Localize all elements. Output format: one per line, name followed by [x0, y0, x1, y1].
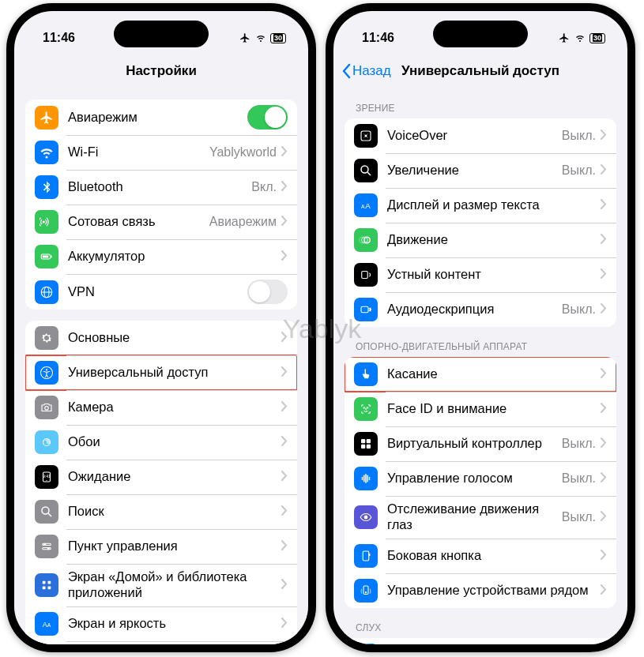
- control-center-icon: [35, 535, 58, 558]
- row-label: Wi-Fi: [68, 145, 209, 160]
- toggle-switch[interactable]: [247, 105, 288, 130]
- settings-row[interactable]: AAЭкран и яркость: [25, 606, 297, 641]
- search-icon: [35, 500, 58, 524]
- settings-row[interactable]: Боковая кнопка: [345, 539, 616, 573]
- settings-row[interactable]: BluetoothВкл.: [25, 170, 297, 205]
- row-detail: Выкл.: [562, 437, 596, 451]
- settings-row[interactable]: Устный контент: [345, 257, 616, 292]
- svg-rect-3: [43, 256, 49, 258]
- dynamic-island: [433, 21, 528, 47]
- row-label: Авиарежим: [68, 110, 247, 126]
- settings-row[interactable]: Отслеживание движения глазВыкл.: [345, 496, 616, 539]
- row-label: Управление голосом: [387, 471, 562, 486]
- svg-text:A: A: [365, 201, 371, 210]
- chevron-right-icon: [601, 164, 607, 177]
- vpn-icon: [35, 280, 58, 304]
- row-label: Сотовая связь: [68, 214, 209, 230]
- airplane-status-icon: [239, 32, 251, 43]
- settings-row[interactable]: VPN: [25, 274, 297, 310]
- cellular-icon: [35, 210, 58, 234]
- toggle-switch[interactable]: [247, 280, 288, 304]
- svg-rect-21: [48, 581, 51, 584]
- settings-row[interactable]: Управление голосомВыкл.: [345, 461, 616, 496]
- motion-icon: [354, 228, 378, 252]
- row-detail: Авиарежим: [209, 215, 277, 229]
- svg-rect-44: [367, 445, 371, 449]
- settings-row[interactable]: Сотовая связьАвиарежим: [25, 205, 297, 239]
- settings-row[interactable]: AAДисплей и размер текста: [345, 188, 616, 223]
- settings-row[interactable]: Поиск: [25, 494, 297, 529]
- row-label: Движение: [387, 232, 601, 248]
- text-size-icon: AA: [354, 193, 378, 217]
- row-detail: Выкл.: [562, 302, 596, 317]
- accessibility-content[interactable]: ЗРЕНИЕVoiceOverВыкл.УвеличениеВыкл.AAДис…: [333, 88, 627, 644]
- spoken-icon: [354, 263, 378, 287]
- gear-icon: [35, 326, 58, 350]
- settings-content[interactable]: АвиарежимWi-FiYablykworldBluetoothВкл.Со…: [14, 88, 308, 644]
- chevron-right-icon: [281, 250, 288, 263]
- chevron-right-icon: [281, 505, 288, 518]
- chevron-right-icon: [281, 332, 288, 344]
- settings-row[interactable]: Экран «Домой» и библиотека приложений: [25, 564, 297, 606]
- settings-row[interactable]: Слуховые устройства: [345, 638, 616, 644]
- voice-control-icon: [354, 467, 378, 490]
- back-button[interactable]: Назад: [341, 54, 391, 88]
- back-label: Назад: [352, 63, 391, 79]
- battery-icon: [35, 245, 58, 268]
- battery-level: 30: [593, 34, 602, 42]
- settings-row[interactable]: 9:41Ожидание: [25, 460, 297, 494]
- status-time: 11:46: [43, 31, 75, 45]
- chevron-right-icon: [601, 234, 607, 246]
- settings-row[interactable]: Камера: [25, 390, 297, 425]
- chevron-right-icon: [281, 540, 288, 553]
- page-title: Универсальный доступ: [401, 63, 559, 79]
- row-label: Устный контент: [387, 267, 601, 283]
- settings-row[interactable]: Siri: [25, 641, 297, 644]
- settings-row[interactable]: VoiceOverВыкл.: [345, 118, 616, 153]
- svg-rect-38: [361, 306, 368, 313]
- settings-row[interactable]: Управление устройствами рядом: [345, 573, 616, 608]
- settings-row[interactable]: Универсальный доступ: [25, 355, 297, 390]
- svg-rect-22: [43, 586, 46, 589]
- svg-point-54: [365, 591, 366, 592]
- nav-bar: Настройки: [14, 54, 308, 88]
- svg-rect-23: [48, 586, 51, 589]
- svg-point-30: [361, 166, 368, 173]
- chevron-right-icon: [601, 550, 607, 562]
- settings-row[interactable]: Аккумулятор: [25, 239, 297, 274]
- settings-row[interactable]: Основные: [25, 321, 297, 355]
- settings-row[interactable]: Касание: [345, 357, 616, 392]
- chevron-right-icon: [601, 268, 607, 281]
- row-label: Универсальный доступ: [68, 365, 281, 381]
- side-button-icon: [354, 544, 378, 568]
- wifi-icon: [35, 141, 58, 164]
- standby-icon: 9:41: [35, 465, 58, 489]
- svg-line-31: [367, 172, 371, 175]
- display-icon: AA: [35, 612, 58, 636]
- faceid-icon: [354, 397, 378, 421]
- phone-right: 11:46 30 Назад Универсальный доступ ЗРЕН…: [326, 3, 635, 652]
- wallpaper-icon: [35, 430, 58, 454]
- svg-point-39: [363, 407, 364, 408]
- chevron-left-icon: [341, 63, 351, 79]
- settings-row[interactable]: Face ID и внимание: [345, 392, 616, 426]
- settings-row[interactable]: АудиодескрипцияВыкл.: [345, 292, 616, 327]
- row-detail: Вкл.: [251, 180, 277, 194]
- svg-point-0: [43, 221, 45, 223]
- chevron-right-icon: [281, 401, 288, 414]
- wifi-status-icon: [574, 33, 586, 43]
- svg-point-50: [364, 516, 367, 519]
- settings-row[interactable]: Wi-FiYablykworld: [25, 135, 297, 170]
- settings-row[interactable]: Движение: [345, 223, 616, 257]
- svg-point-9: [45, 407, 49, 411]
- settings-row[interactable]: Пункт управления: [25, 529, 297, 564]
- svg-text:A: A: [43, 620, 47, 628]
- svg-text:A: A: [361, 204, 365, 209]
- settings-row[interactable]: Авиарежим: [25, 99, 297, 135]
- settings-row[interactable]: Виртуальный контроллерВыкл.: [345, 426, 616, 461]
- row-label: Камера: [68, 400, 281, 415]
- svg-point-19: [47, 548, 49, 550]
- settings-row[interactable]: УвеличениеВыкл.: [345, 153, 616, 188]
- svg-point-18: [44, 543, 46, 545]
- settings-row[interactable]: Обои: [25, 425, 297, 460]
